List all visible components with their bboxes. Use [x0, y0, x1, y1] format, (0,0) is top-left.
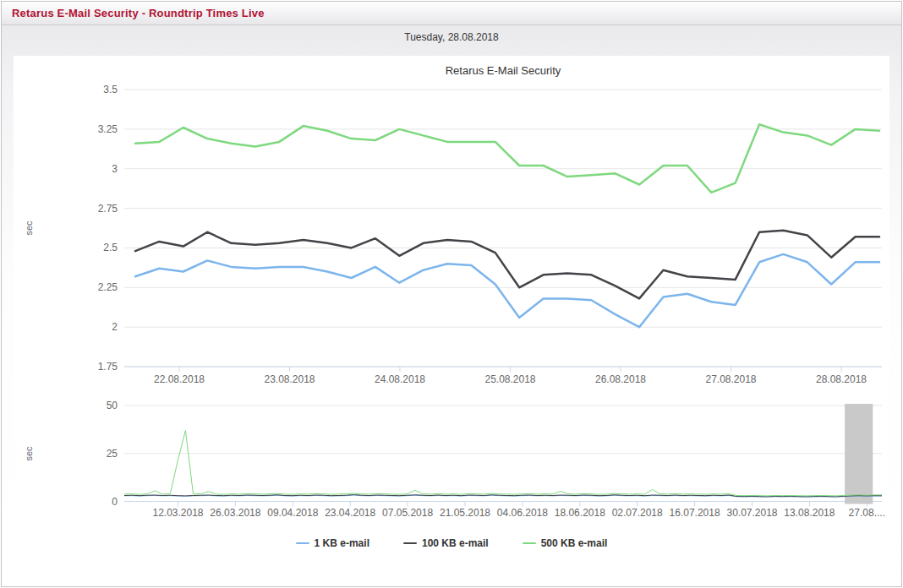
main-x-tick-label: 22.08.2018 — [154, 373, 205, 385]
nav-x-tick-label: 13.08.2018 — [784, 507, 835, 519]
main-y-tick-label: 2.75 — [98, 203, 118, 215]
main-x-tick-label: 23.08.2018 — [264, 373, 315, 385]
nav-x-tick-label: 02.07.2018 — [612, 507, 663, 519]
main-x-tick-label: 24.08.2018 — [375, 373, 425, 385]
nav-y-tick-label: 0 — [112, 496, 118, 508]
window-titlebar: Retarus E-Mail Security - Roundtrip Time… — [2, 2, 901, 25]
main-y-tick-label: 2.5 — [103, 242, 118, 253]
main-y-tick-label: 3.5 — [103, 84, 118, 95]
nav-x-tick-label: 21.05.2018 — [440, 507, 490, 519]
nav-y-tick-label: 50 — [107, 400, 118, 411]
legend-label-1kb: 1 KB e-mail — [315, 537, 369, 549]
nav-series-line-2[interactable] — [124, 431, 882, 496]
chart-panel: Retarus E-Mail Security3.53.2532.752.52.… — [14, 56, 889, 580]
main-x-tick-label: 26.08.2018 — [595, 373, 646, 385]
main-y-tick-label: 1.75 — [98, 361, 118, 373]
nav-x-tick-label: 26.03.2018 — [210, 507, 260, 519]
current-date-label: Tuesday, 28.08.2018 — [2, 25, 901, 49]
legend-item-500kb-email[interactable]: 500 KB e-mail — [523, 537, 608, 549]
chart-title: Retarus E-Mail Security — [446, 64, 561, 77]
main-x-tick-label: 28.08.2018 — [816, 373, 867, 385]
chart-legend: 1 KB e-mail 100 KB e-mail 500 KB e-mail — [14, 537, 889, 549]
nav-x-tick-label: 18.06.2018 — [555, 507, 605, 519]
nav-x-tick-label: 09.04.2018 — [267, 507, 318, 519]
nav-x-tick-label: 07.05.2018 — [382, 507, 433, 519]
legend-label-500kb: 500 KB e-mail — [541, 537, 608, 549]
nav-x-tick-label: 23.04.2018 — [325, 507, 375, 519]
nav-x-tick-label: 30.07.2018 — [726, 507, 777, 519]
app-window: Retarus E-Mail Security - Roundtrip Time… — [1, 1, 902, 587]
main-y-axis-title: sec — [24, 220, 34, 236]
main-series-line-0[interactable] — [135, 254, 879, 327]
main-y-tick-label: 2.25 — [98, 281, 118, 293]
content-area: Tuesday, 28.08.2018 Retarus E-Mail Secur… — [2, 25, 901, 586]
legend-item-1kb-email[interactable]: 1 KB e-mail — [296, 537, 369, 549]
nav-x-tick-label: 16.07.2018 — [670, 507, 720, 519]
legend-label-100kb: 100 KB e-mail — [422, 537, 489, 549]
legend-item-100kb-email[interactable]: 100 KB e-mail — [403, 537, 489, 549]
main-x-tick-label: 25.08.2018 — [484, 373, 535, 385]
nav-y-tick-label: 25 — [107, 448, 118, 460]
main-x-tick-label: 27.08.2018 — [705, 373, 756, 385]
legend-swatch-100kb-icon — [403, 542, 417, 544]
nav-y-axis-title: sec — [24, 446, 34, 461]
page-title: Retarus E-Mail Security - Roundtrip Time… — [12, 7, 265, 19]
main-series-line-2[interactable] — [135, 124, 879, 193]
nav-x-tick-label: 04.06.2018 — [497, 507, 548, 519]
legend-swatch-500kb-icon — [523, 542, 536, 544]
main-series-line-1[interactable] — [135, 231, 879, 299]
main-y-tick-label: 3.25 — [98, 123, 118, 135]
roundtrip-times-chart[interactable]: Retarus E-Mail Security3.53.2532.752.52.… — [14, 56, 889, 580]
main-y-tick-label: 3 — [112, 163, 118, 175]
main-y-tick-label: 2 — [112, 321, 118, 333]
nav-x-tick-label: 12.03.2018 — [152, 507, 203, 519]
nav-x-tick-label: 27.08.... — [849, 507, 885, 519]
navigator-selection-handle[interactable] — [845, 404, 873, 504]
legend-swatch-1kb-icon — [296, 542, 309, 544]
